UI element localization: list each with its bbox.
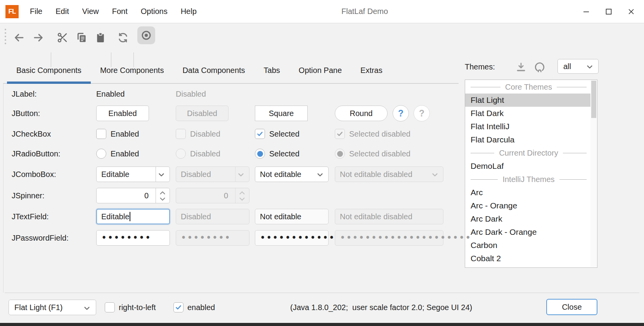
forward-button[interactable] [29,29,47,47]
spinner-down-icon[interactable] [158,196,167,203]
enabled-checkbox[interactable] [173,302,184,312]
close-button[interactable]: Close [546,299,597,315]
passwordfield-enabled[interactable]: •••••••• [96,230,170,246]
theme-item[interactable]: Flat Darcula [465,133,590,146]
textfield-disabled: Disabled [176,209,249,224]
theme-item[interactable]: Arc [465,186,590,199]
tab-more-components[interactable]: More Components [91,58,173,83]
spinner-up-icon [238,189,246,196]
theme-item[interactable]: Cyan light [465,265,590,268]
enabled-label[interactable]: enabled [187,300,215,315]
status-info-text: (Java 1.8.0_202; user scale factor 2.0; … [290,300,472,315]
menubar: File Edit View Font Options Help [23,0,203,23]
menu-view[interactable]: View [76,0,106,23]
spinner-up-icon[interactable] [158,189,167,196]
textfield-not-editable: Not editable [255,209,329,224]
refresh-button[interactable] [114,29,132,47]
paste-clipboard-icon [95,32,106,43]
checkbox-selected-label[interactable]: Selected [269,126,299,142]
menu-options[interactable]: Options [134,0,174,23]
round-button[interactable]: Round [335,106,388,121]
textfield-editable[interactable]: Editable [96,209,170,224]
enabled-button[interactable]: Enabled [96,106,149,121]
close-window-button[interactable] [620,0,642,23]
themes-list: Core Themes Flat Light Flat Dark Flat In… [465,80,597,268]
right-to-left-checkbox[interactable] [105,302,115,312]
passwordfield-not-editable-disabled: ••••••••••••••••••••• [335,230,443,246]
spinner-enabled[interactable]: 0 [96,188,170,203]
right-to-left-label[interactable]: right-to-left [119,300,156,315]
toolbar [0,24,644,49]
show-hover-toggle-button[interactable] [137,26,155,44]
spinner-disabled-value: 0 [181,191,231,200]
minimize-button[interactable] [575,0,597,23]
theme-item[interactable]: Flat IntelliJ [465,120,590,133]
maximize-button[interactable] [597,0,620,23]
menu-file[interactable]: File [23,0,49,23]
chevron-down-icon [82,303,92,315]
theme-item[interactable]: Carbon [465,239,590,252]
checkbox-selected-disabled-label: Selected disabled [349,126,410,142]
theme-item[interactable]: Arc Dark [465,212,590,225]
themes-filter-combobox[interactable]: all [557,59,599,74]
checkbox-disabled [176,129,186,139]
themes-filter-value: all [563,62,571,71]
jtextfield-row-label: JTextField: [12,209,49,224]
laf-combobox[interactable]: Flat Light (F1) [9,300,96,315]
radio-enabled-label[interactable]: Enabled [111,146,139,161]
theme-item[interactable]: Arc Dark - Orange [465,225,590,239]
jcheckbox-row-label: JCheckBox [12,126,51,142]
chevron-down-icon[interactable] [315,170,325,182]
square-button[interactable]: Square [255,106,308,121]
theme-group-separator: Current Directory [465,146,590,160]
flatlaf-demo-window: FL File Edit View Font Options Help Flat… [0,0,644,326]
jlabel-enabled: Enabled [96,86,125,102]
download-themes-button[interactable] [514,61,528,74]
tab-tabs[interactable]: Tabs [254,58,289,83]
tab-data-components[interactable]: Data Components [173,58,254,83]
chevron-down-icon[interactable] [156,170,166,182]
menu-font[interactable]: Font [106,0,134,23]
back-arrow-icon [13,32,25,43]
spinner-value[interactable]: 0 [101,191,152,200]
help-button-disabled: ? [414,105,430,121]
copy-button[interactable] [73,29,90,47]
tab-option-pane[interactable]: Option Pane [289,58,351,83]
textfield-not-editable-disabled: Not editable disabled [335,209,443,224]
theme-item[interactable]: Cobalt 2 [465,252,590,265]
toolbar-grip-handle[interactable] [5,29,6,44]
theme-item[interactable]: Arc - Orange [465,199,590,212]
tab-basic-components[interactable]: Basic Components [7,58,91,83]
refresh-icon [117,32,129,43]
tab-extras[interactable]: Extras [351,58,392,83]
paste-button[interactable] [92,29,109,47]
window-title: FlatLaf Demo [341,0,388,23]
text-caret [130,212,130,221]
checkbox-enabled[interactable] [96,129,106,139]
combobox-not-editable[interactable]: Not editable [255,166,329,182]
themes-scrollbar[interactable] [590,80,597,267]
combobox-not-editable-value: Not editable [260,170,301,179]
menu-help[interactable]: Help [174,0,203,23]
cut-button[interactable] [54,29,71,47]
theme-item[interactable]: DemoLaf [465,160,590,173]
back-button[interactable] [10,29,28,47]
spinner-disabled: 0 [176,188,249,203]
combobox-disabled-value: Disabled [181,170,211,179]
menu-edit[interactable]: Edit [49,0,75,23]
theme-item-selected[interactable]: Flat Light [465,94,590,107]
combobox-editable[interactable]: Editable [96,166,170,182]
passwordfield-disabled: •••••••• [176,230,249,246]
github-link-button[interactable] [533,61,546,74]
radio-selected-label[interactable]: Selected [269,146,299,161]
checkbox-enabled-label[interactable]: Enabled [111,126,139,142]
radio-selected[interactable] [255,149,265,159]
themes-scrollbar-thumb[interactable] [591,81,596,118]
theme-item[interactable]: Flat Dark [465,107,590,120]
radio-enabled[interactable] [96,149,106,159]
checkbox-selected[interactable] [255,129,265,139]
jradiobutton-row-label: JRadioButton: [12,146,61,161]
help-button[interactable]: ? [393,105,409,121]
password-dots: •••••••• [181,231,231,245]
check-icon [256,130,263,137]
